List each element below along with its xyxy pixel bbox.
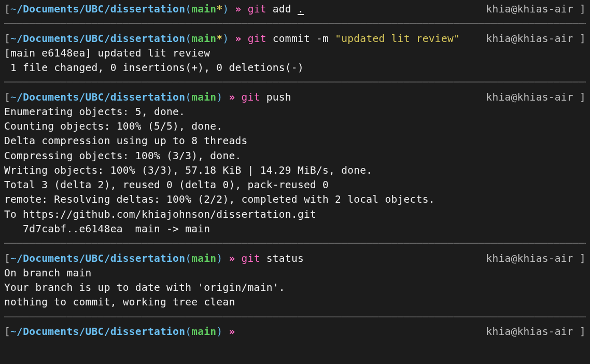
command-text: add (266, 3, 298, 15)
user-host: khia@khias-air (486, 253, 573, 264)
bracket-close: ] (573, 3, 586, 15)
tilde: ~ (10, 91, 17, 103)
bracket-close: ] (573, 253, 586, 264)
paren-close: ) (216, 91, 222, 103)
cwd-path: /Documents/UBC/dissertation (17, 33, 185, 45)
command-text: status (260, 253, 304, 264)
bracket-open: [ (4, 3, 10, 15)
paren-open: ( (185, 253, 191, 264)
output-line: Enumerating objects: 5, done. (4, 105, 586, 119)
command-arg: . (298, 3, 304, 15)
output-line: 7d7cabf..e6148ea main -> main (4, 222, 586, 236)
separator-line: ────────────────────────────────────────… (4, 75, 586, 90)
tilde: ~ (10, 33, 17, 45)
prompt-arrow: » (222, 326, 241, 338)
user-host: khia@khias-air (486, 3, 573, 15)
command-string: "updated lit review" (335, 33, 460, 45)
prompt-line[interactable]: [~/Documents/UBC/dissertation(main) » gi… (4, 90, 586, 105)
git-dirty-marker: * (216, 33, 222, 45)
command-git: git (248, 3, 266, 15)
output-line: On branch main (4, 266, 586, 281)
paren-close: ) (216, 253, 222, 264)
bracket-close: ] (573, 33, 586, 45)
output-line: Writing objects: 100% (3/3), 57.18 KiB |… (4, 163, 586, 178)
cwd-path: /Documents/UBC/dissertation (17, 326, 185, 338)
output-line: Delta compression using up to 8 threads (4, 134, 586, 148)
user-host: khia@khias-air (486, 33, 573, 45)
output-line: Counting objects: 100% (5/5), done. (4, 119, 586, 134)
output-line: Compressing objects: 100% (3/3), done. (4, 149, 586, 163)
output-line: Your branch is up to date with 'origin/m… (4, 281, 586, 295)
prompt-left: [~/Documents/UBC/dissertation(main) » gi… (4, 251, 304, 266)
bracket-open: [ (4, 253, 10, 264)
output-line: nothing to commit, working tree clean (4, 295, 586, 310)
prompt-arrow: » (222, 253, 241, 264)
cwd-path: /Documents/UBC/dissertation (17, 91, 185, 103)
git-branch: main (191, 326, 216, 338)
command-git: git (242, 91, 260, 103)
output-line: [main e6148ea] updated lit review (4, 46, 586, 61)
paren-open: ( (185, 326, 191, 338)
prompt-right: khia@khias-air ] (486, 251, 586, 266)
output-line: To https://github.com/khiajohnson/disser… (4, 207, 586, 222)
separator-line: ────────────────────────────────────────… (4, 310, 586, 325)
command-text: push (260, 91, 291, 103)
paren-close: ) (222, 33, 229, 45)
prompt-line[interactable]: [~/Documents/UBC/dissertation(main*) » g… (4, 2, 586, 17)
user-host: khia@khias-air (486, 91, 573, 103)
output-line: 1 file changed, 0 insertions(+), 0 delet… (4, 61, 586, 75)
prompt-left: [~/Documents/UBC/dissertation(main) » (4, 325, 242, 339)
bracket-close: ] (573, 91, 586, 103)
git-branch: main (191, 253, 216, 264)
tilde: ~ (10, 3, 17, 15)
prompt-left: [~/Documents/UBC/dissertation(main*) » g… (4, 2, 304, 17)
prompt-arrow: » (222, 91, 241, 103)
command-text: commit -m (266, 33, 335, 45)
prompt-line[interactable]: [~/Documents/UBC/dissertation(main) » kh… (4, 325, 586, 339)
prompt-left: [~/Documents/UBC/dissertation(main) » gi… (4, 90, 291, 105)
tilde: ~ (10, 253, 17, 264)
paren-open: ( (185, 3, 191, 15)
cwd-path: /Documents/UBC/dissertation (17, 3, 185, 15)
git-branch: main (191, 91, 216, 103)
prompt-line[interactable]: [~/Documents/UBC/dissertation(main*) » g… (4, 32, 586, 46)
prompt-right: khia@khias-air ] (486, 90, 586, 105)
bracket-open: [ (4, 33, 10, 45)
bracket-open: [ (4, 326, 10, 338)
bracket-close: ] (573, 326, 586, 338)
prompt-right: khia@khias-air ] (486, 325, 586, 339)
cwd-path: /Documents/UBC/dissertation (17, 253, 185, 264)
prompt-left: [~/Documents/UBC/dissertation(main*) » g… (4, 32, 460, 46)
prompt-right: khia@khias-air ] (486, 2, 586, 17)
output-line: remote: Resolving deltas: 100% (2/2), co… (4, 192, 586, 207)
prompt-arrow: » (229, 3, 248, 15)
command-git: git (248, 33, 266, 45)
tilde: ~ (10, 326, 17, 338)
paren-open: ( (185, 91, 191, 103)
prompt-line[interactable]: [~/Documents/UBC/dissertation(main) » gi… (4, 251, 586, 266)
separator-line: ────────────────────────────────────────… (4, 236, 586, 251)
prompt-arrow: » (229, 33, 248, 45)
command-git: git (242, 253, 260, 264)
terminal-viewport[interactable]: [~/Documents/UBC/dissertation(main*) » g… (4, 2, 586, 339)
bracket-open: [ (4, 91, 10, 103)
paren-open: ( (185, 33, 191, 45)
separator-line: ────────────────────────────────────────… (4, 17, 586, 31)
git-dirty-marker: * (216, 3, 222, 15)
git-branch: main (191, 33, 216, 45)
paren-close: ) (216, 326, 222, 338)
paren-close: ) (222, 3, 229, 15)
user-host: khia@khias-air (486, 326, 573, 338)
prompt-right: khia@khias-air ] (486, 32, 586, 46)
git-branch: main (191, 3, 216, 15)
output-line: Total 3 (delta 2), reused 0 (delta 0), p… (4, 178, 586, 192)
